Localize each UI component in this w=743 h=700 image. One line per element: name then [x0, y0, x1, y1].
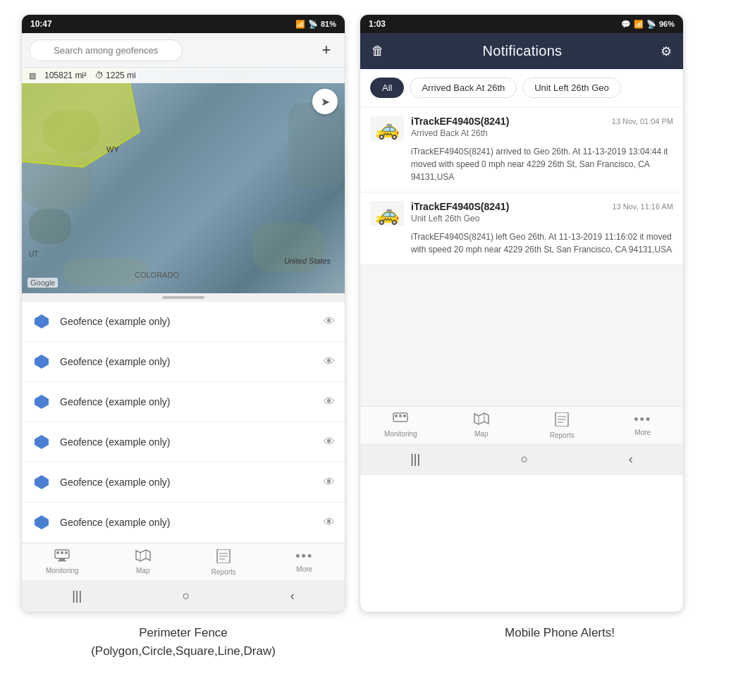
battery-left: 81% [321, 20, 336, 28]
svg-marker-3 [35, 395, 49, 409]
nav-reports-left[interactable]: Reports [202, 549, 245, 576]
map-compass[interactable]: ➤ [312, 89, 338, 114]
map-label-wy: WY [106, 145, 119, 154]
search-bar-container: 🔍 + [22, 33, 345, 68]
monitoring-icon-left [54, 549, 70, 565]
geofence-eye-6[interactable]: 👁 [324, 516, 335, 529]
nav-more-left[interactable]: ••• More [283, 549, 326, 576]
geofence-eye-5[interactable]: 👁 [324, 476, 335, 489]
android-back-left[interactable]: ‹ [290, 589, 295, 603]
svg-point-20 [395, 415, 398, 417]
car-icon-2: 🚕 [375, 202, 400, 226]
svg-point-21 [399, 415, 402, 417]
nav-more-label-left: More [296, 565, 312, 573]
geofence-eye-4[interactable]: 👁 [324, 436, 335, 448]
left-caption: Perimeter Fence(Polygon,Circle,Square,Li… [21, 624, 345, 660]
geofence-label-4: Geofence (example only) [60, 436, 315, 448]
device-name-2: iTrackEF4940S(8241) [411, 201, 509, 212]
nav-map-right[interactable]: Map [460, 412, 503, 439]
nav-map-left[interactable]: Map [122, 549, 164, 576]
trash-icon[interactable]: 🗑 [372, 44, 384, 59]
geofence-label-5: Geofence (example only) [60, 477, 315, 488]
svg-point-10 [56, 551, 59, 554]
search-input[interactable] [29, 39, 183, 61]
android-home-left[interactable]: ○ [183, 589, 190, 603]
filter-left[interactable]: Unit Left 26th Geo [522, 78, 621, 98]
geofence-item-4[interactable]: Geofence (example only) 👁 [22, 422, 345, 462]
nav-reports-label-left: Reports [211, 568, 236, 576]
notifications-title: Notifications [483, 43, 563, 59]
right-phone: 1:03 💬 📶 📡 96% 🗑 Notifications ⚙ All Arr… [360, 14, 684, 613]
geofence-label-6: Geofence (example only) [60, 517, 315, 528]
geofence-icon-1 [32, 312, 51, 331]
svg-rect-8 [59, 558, 65, 560]
more-icon-right: ••• [634, 412, 651, 427]
svg-marker-1 [35, 314, 49, 328]
nav-monitoring-right[interactable]: Monitoring [379, 412, 422, 439]
map-info-bar: ▨ 105821 mi² ⏱ 1225 mi [22, 68, 345, 83]
reports-icon-right [554, 412, 570, 430]
geofence-eye-1[interactable]: 👁 [324, 315, 335, 328]
notif-card-info-2: iTrackEF4940S(8241) 13 Nov, 11:16 AM Uni… [411, 201, 673, 223]
right-caption-text: Mobile Phone Alerts! [505, 626, 615, 639]
wifi-icon: 📶 [295, 20, 305, 29]
svg-point-22 [403, 415, 406, 417]
map-area: ▨ 105821 mi² ⏱ 1225 mi ➤ WY United State… [22, 68, 345, 293]
add-geofence-button[interactable]: + [315, 39, 338, 61]
terrain-patch [288, 103, 345, 188]
svg-rect-9 [58, 560, 66, 562]
right-android-nav: ||| ○ ‹ [360, 443, 683, 475]
left-android-nav: ||| ○ ‹ [22, 580, 345, 612]
signal-icon-right: 📡 [646, 20, 656, 29]
map-label-ut: UT [29, 250, 38, 258]
svg-marker-5 [35, 475, 49, 489]
left-phone: 10:47 📶 📡 81% 🔍 + [21, 14, 345, 613]
geofence-item-2[interactable]: Geofence (example only) 👁 [22, 342, 345, 382]
left-time: 10:47 [30, 19, 52, 29]
distance-label: ⏱ 1225 mi [95, 70, 136, 80]
right-bottom-nav: Monitoring Map Reports ••• More [360, 406, 683, 443]
android-menu-left[interactable]: ||| [72, 589, 82, 603]
android-home-right[interactable]: ○ [521, 452, 529, 467]
search-wrapper: 🔍 [29, 39, 309, 61]
notif-body-1: iTrackEF4940S(8241) arrived to Geo 26th.… [370, 145, 673, 183]
filter-tabs: All Arrived Back At 26th Unit Left 26th … [360, 69, 683, 107]
svg-marker-6 [35, 515, 49, 529]
notification-card-1[interactable]: 🚕 iTrackEF4940S(8241) 13 Nov, 01:04 PM A… [360, 107, 683, 192]
geofence-eye-2[interactable]: 👁 [324, 355, 335, 368]
svg-marker-2 [35, 355, 49, 369]
reports-icon-left [216, 549, 231, 567]
clock-icon: ⏱ [95, 70, 104, 80]
left-bottom-nav: Monitoring Map Reports ••• More [22, 543, 345, 580]
nav-monitoring-label-right: Monitoring [384, 430, 417, 438]
geofence-label-3: Geofence (example only) [60, 396, 315, 407]
geofence-item-6[interactable]: Geofence (example only) 👁 [22, 503, 345, 543]
geofence-label-1: Geofence (example only) [60, 316, 315, 327]
map-label-us: United States [284, 257, 331, 265]
notification-card-2[interactable]: 🚕 iTrackEF4940S(8241) 13 Nov, 11:16 AM U… [360, 192, 683, 265]
android-menu-right[interactable]: ||| [410, 452, 420, 467]
filter-arrived[interactable]: Arrived Back At 26th [410, 78, 517, 98]
filter-all[interactable]: All [370, 78, 404, 98]
notifications-header: 🗑 Notifications ⚙ [360, 33, 683, 69]
nav-monitoring-left[interactable]: Monitoring [41, 549, 83, 576]
nav-more-right[interactable]: ••• More [622, 412, 664, 439]
right-caption: Mobile Phone Alerts! [398, 624, 722, 660]
geofence-eye-3[interactable]: 👁 [324, 395, 335, 408]
android-back-right[interactable]: ‹ [629, 452, 633, 467]
map-label-co: COLORADO [135, 271, 179, 279]
geofence-icon-4 [32, 432, 51, 452]
geofence-item-3[interactable]: Geofence (example only) 👁 [22, 382, 345, 422]
geofence-item-5[interactable]: Geofence (example only) 👁 [22, 462, 345, 503]
chat-icon: 💬 [621, 20, 631, 29]
geofence-item-1[interactable]: Geofence (example only) 👁 [22, 302, 345, 342]
settings-icon[interactable]: ⚙ [661, 44, 672, 59]
left-status-bar: 10:47 📶 📡 81% [22, 15, 345, 33]
nav-reports-right[interactable]: Reports [541, 412, 583, 439]
nav-monitoring-label-left: Monitoring [46, 567, 79, 575]
notifications-list: 🚕 iTrackEF4940S(8241) 13 Nov, 01:04 PM A… [360, 107, 683, 406]
geofence-icon-2 [32, 352, 51, 372]
google-logo: Google [27, 278, 58, 288]
nav-reports-label-right: Reports [550, 431, 575, 439]
car-icon-1: 🚕 [375, 117, 400, 140]
